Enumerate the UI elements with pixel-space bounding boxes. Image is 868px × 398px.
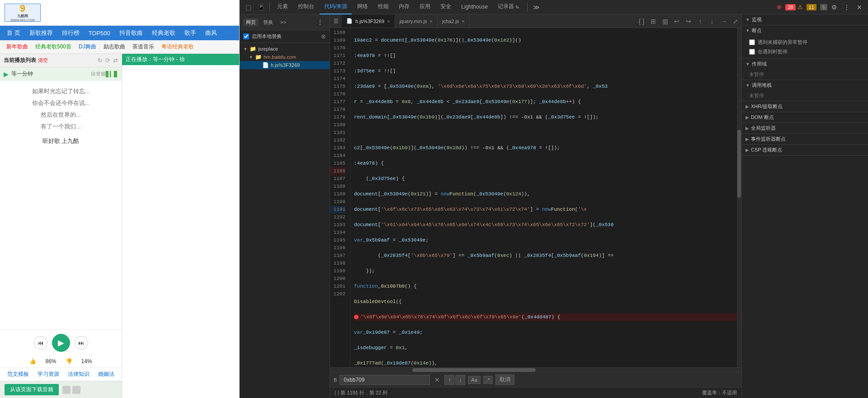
regex-button[interactable]: .*	[483, 376, 493, 384]
link-marriage[interactable]: 婚姻法	[98, 370, 114, 378]
code-search-input[interactable]	[340, 375, 430, 385]
link-templates[interactable]: 范文模板	[7, 370, 29, 378]
code-tab-jcha2-close[interactable]: ×	[462, 19, 464, 24]
dom-header[interactable]: ▶ DOM 断点	[742, 112, 868, 123]
close-devtools-icon[interactable]: ✕	[854, 1, 865, 13]
code-tab-jquery[interactable]: jquery.min.js ×	[395, 14, 438, 28]
nav-classic[interactable]: 经典老歌	[147, 26, 180, 40]
tab-memory[interactable]: 内存	[394, 0, 414, 14]
code-nav-down-icon[interactable]: ↓	[706, 14, 718, 28]
tree-jsreplace[interactable]: ▼ 📁 jsreplace	[240, 45, 330, 53]
tree-domain[interactable]: ▼ 📁 hm.baitdu.com	[240, 53, 330, 61]
sources-tab-webpage[interactable]: 网页	[243, 18, 259, 27]
search-prev-button[interactable]: ↑	[444, 375, 454, 385]
repeat-single-icon[interactable]: ⟳	[105, 57, 110, 64]
search-next-button[interactable]: ↓	[455, 375, 465, 385]
download-icon-2[interactable]: ②	[62, 386, 71, 394]
more-tabs-icon[interactable]: ≫	[530, 1, 542, 13]
pause-on-caught-option[interactable]: 在遇到时暂停	[749, 47, 861, 57]
settings-icon[interactable]: ⚙	[828, 1, 840, 13]
sidebar-right-icon[interactable]: ▥	[659, 14, 671, 28]
thumb-up-button[interactable]: 👍	[29, 358, 36, 365]
play-pause-button[interactable]: ▶	[52, 334, 70, 352]
split-editor-icon[interactable]: ⊞	[647, 14, 659, 28]
case-sensitive-icon[interactable]: B	[334, 377, 337, 383]
tab-application[interactable]: 应用	[415, 0, 435, 14]
tab-security[interactable]: 安全	[436, 0, 456, 14]
search-clear-icon[interactable]: ✕	[433, 376, 442, 384]
customize-icon[interactable]: ⋮	[841, 1, 853, 13]
shuffle-icon[interactable]: ⇄	[113, 57, 118, 64]
tree-file[interactable]: 📄 h.js%3F3269	[240, 61, 330, 69]
call-stack-header[interactable]: ▼ 调用堆栈	[742, 80, 868, 90]
vertical-scrollbar[interactable]	[737, 28, 741, 367]
thumb-down-button[interactable]: 👎	[66, 358, 72, 365]
scope-header[interactable]: ▼ 作用域	[742, 59, 868, 69]
nav-top500[interactable]: TOP500	[84, 26, 115, 40]
pause-on-caught-checkbox[interactable]	[749, 49, 755, 55]
subnav-new-year[interactable]: 新年歌曲	[4, 42, 31, 52]
site-logo[interactable]: 9 九酷网 WWW.9KU.COM	[5, 4, 41, 22]
download-audio-button[interactable]: 从该页面下载音频	[5, 384, 59, 395]
sources-menu-icon[interactable]: ⋮	[314, 16, 326, 28]
code-content[interactable]: 1168 1169 1170 1171 1172 1173 1174 1175 …	[330, 28, 741, 367]
subnav-inspiring[interactable]: 励志歌曲	[101, 42, 128, 52]
global-listeners-header[interactable]: ▶ 全局监听器	[742, 123, 868, 133]
format-code-icon[interactable]: { }	[636, 14, 647, 28]
code-expand-icon[interactable]: ⤢	[730, 14, 741, 28]
search-cancel-button[interactable]: 取消	[495, 374, 514, 385]
repeat-icon[interactable]: ↻	[98, 57, 103, 64]
subnav-cantonese[interactable]: 粤语经典老歌	[159, 42, 197, 52]
subnav-classic-500[interactable]: 经典老歌500首	[33, 42, 74, 52]
inspect-element-icon[interactable]: ⬚	[242, 1, 254, 13]
nav-douyin[interactable]: 抖音歌曲	[115, 26, 147, 40]
tab-network[interactable]: 网络	[353, 0, 373, 14]
next-button[interactable]: ⏭	[75, 336, 88, 350]
code-nav-back-icon[interactable]: ↩	[671, 14, 683, 28]
link-law[interactable]: 法律知识	[68, 370, 90, 378]
code-nav-forward-icon[interactable]: ↪	[683, 14, 694, 28]
tab-console[interactable]: 控制台	[293, 0, 319, 14]
device-toggle-icon[interactable]: 📱	[255, 1, 267, 13]
monitor-header[interactable]: ▼ 监视	[742, 14, 868, 25]
subnav-tea[interactable]: 茶道音乐	[130, 42, 157, 52]
nav-singer[interactable]: 歌手	[180, 26, 201, 40]
subnav-dj[interactable]: DJ舞曲	[76, 42, 99, 52]
link-resources[interactable]: 学习资源	[38, 370, 59, 378]
code-tab-jquery-close[interactable]: ×	[430, 19, 433, 24]
nav-genre[interactable]: 曲风	[201, 26, 222, 40]
prev-button[interactable]: ⏮	[34, 336, 47, 350]
code-tab-hjs-close[interactable]: ×	[387, 19, 390, 24]
sources-tab-more[interactable]: >>	[278, 19, 289, 26]
event-listeners-header[interactable]: ▶ 事件监听器断点	[742, 134, 868, 144]
tab-sources[interactable]: 代码/来源	[320, 0, 352, 14]
nav-home[interactable]: 首 页	[2, 26, 25, 40]
breakpoint-dot-1186[interactable]	[354, 315, 359, 319]
tab-elements[interactable]: 元素	[273, 0, 292, 14]
download-close-icon[interactable]: ×	[72, 386, 80, 394]
sources-tab-replace[interactable]: 替换	[260, 18, 276, 27]
playlist-item[interactable]: ▶ 等一分钟 徐誉滕 ▋▎▊	[0, 67, 122, 81]
local-override-checkbox[interactable]	[243, 33, 249, 39]
xhr-header[interactable]: ▶ XHR/提取断点	[742, 101, 868, 112]
code-sidebar-toggle-icon[interactable]: ☰	[330, 15, 342, 27]
code-nav-right-icon[interactable]: →	[718, 14, 730, 28]
listen-text[interactable]: 听好歌 上九酷	[42, 137, 80, 145]
nav-charts[interactable]: 排行榜	[57, 26, 84, 40]
pause-on-exception-checkbox[interactable]	[749, 39, 755, 45]
csp-header[interactable]: ▶ CSP 违规断点	[742, 145, 868, 155]
tab-performance[interactable]: 性能	[373, 0, 393, 14]
playlist-clear-button[interactable]: 清空	[38, 57, 48, 64]
tab-lighthouse[interactable]: Lighthouse	[457, 0, 492, 14]
nav-new-songs[interactable]: 新歌推荐	[25, 26, 57, 40]
code-tab-jcha2[interactable]: jcha2.js ×	[438, 14, 470, 28]
horizontal-scrollbar[interactable]	[330, 367, 741, 372]
breakpoints-header[interactable]: ▼ 断点	[742, 25, 868, 36]
local-override-clear-icon[interactable]: ⊗	[321, 33, 326, 40]
scroll-handle-horizontal[interactable]	[412, 368, 536, 372]
scroll-handle-vertical[interactable]	[737, 130, 741, 198]
tab-recorder[interactable]: 记录器 ⊾	[493, 0, 524, 14]
pause-on-exception-option[interactable]: 遇到未捕获的异常暂停	[749, 38, 861, 47]
code-nav-up-icon[interactable]: ↑	[694, 14, 706, 28]
code-editor-content[interactable]: 19aec2 = document[_0x53049e(0x176)](|_0x…	[350, 28, 737, 367]
